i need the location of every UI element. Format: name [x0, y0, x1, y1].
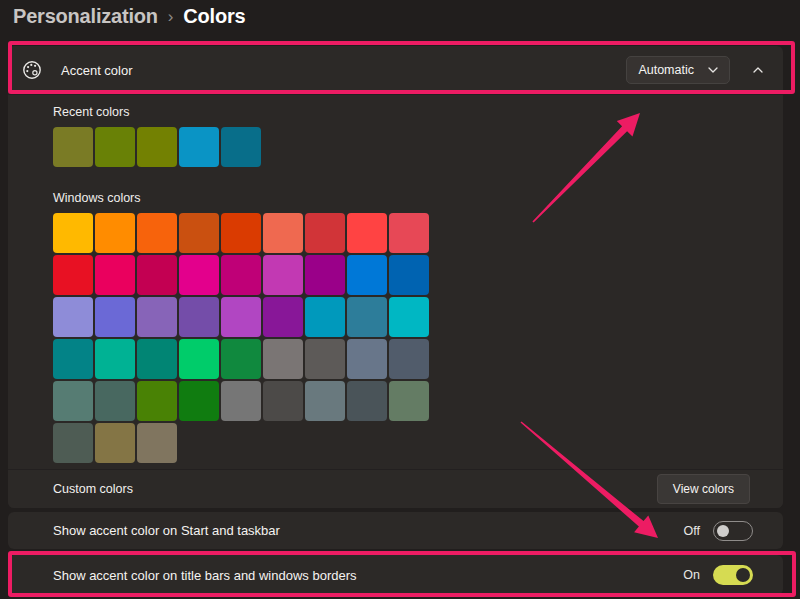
color-swatch[interactable]	[347, 213, 387, 253]
color-swatch[interactable]	[95, 381, 135, 421]
color-swatch[interactable]	[179, 381, 219, 421]
color-swatch[interactable]	[137, 297, 177, 337]
windows-colors-label: Windows colors	[53, 191, 750, 205]
color-swatch[interactable]	[347, 255, 387, 295]
chevron-up-icon	[753, 67, 763, 73]
color-swatch[interactable]	[95, 297, 135, 337]
color-swatch[interactable]	[53, 423, 93, 463]
color-swatch[interactable]	[305, 297, 345, 337]
toggle-state-on-label: On	[683, 568, 700, 582]
accent-title-bars-label: Show accent color on title bars and wind…	[53, 568, 357, 583]
breadcrumb-personalization[interactable]: Personalization	[13, 5, 158, 28]
accent-color-header-row[interactable]: Accent color Automatic	[8, 46, 783, 94]
color-swatch[interactable]	[137, 423, 177, 463]
color-swatch[interactable]	[95, 423, 135, 463]
color-swatch[interactable]	[53, 339, 93, 379]
expander-collapse-button[interactable]	[745, 57, 771, 83]
color-swatch[interactable]	[389, 297, 429, 337]
color-swatch[interactable]	[221, 213, 261, 253]
color-swatch[interactable]	[389, 381, 429, 421]
color-swatch[interactable]	[95, 255, 135, 295]
color-swatch[interactable]	[347, 339, 387, 379]
color-swatch[interactable]	[53, 297, 93, 337]
accent-start-taskbar-toggle[interactable]	[713, 521, 753, 541]
color-swatch[interactable]	[347, 381, 387, 421]
toggle-state-off-label: Off	[684, 524, 700, 538]
palette-icon	[21, 59, 43, 81]
color-swatch[interactable]	[221, 255, 261, 295]
color-swatch[interactable]	[389, 213, 429, 253]
color-swatch[interactable]	[263, 297, 303, 337]
chevron-down-icon	[708, 67, 718, 73]
color-swatch[interactable]	[305, 339, 345, 379]
color-swatch[interactable]	[53, 255, 93, 295]
accent-color-card: Accent color Automatic Recent colors Win…	[8, 46, 783, 508]
recent-colors-row	[53, 127, 750, 167]
color-swatch[interactable]	[137, 339, 177, 379]
breadcrumb: Personalization › Colors	[13, 5, 245, 28]
color-swatch[interactable]	[137, 213, 177, 253]
color-swatch[interactable]	[179, 213, 219, 253]
color-swatch[interactable]	[53, 213, 93, 253]
color-swatch[interactable]	[53, 381, 93, 421]
accent-mode-value: Automatic	[638, 63, 694, 77]
color-swatch[interactable]	[263, 213, 303, 253]
accent-start-taskbar-row: Show accent color on Start and taskbar O…	[8, 512, 783, 549]
page-title: Colors	[183, 5, 245, 28]
color-swatch[interactable]	[53, 127, 93, 167]
color-swatch[interactable]	[389, 339, 429, 379]
color-swatch[interactable]	[389, 255, 429, 295]
color-swatch[interactable]	[179, 127, 219, 167]
toggle-knob	[736, 568, 750, 582]
color-swatch[interactable]	[263, 255, 303, 295]
custom-colors-row: Custom colors View colors	[8, 469, 783, 508]
color-swatch[interactable]	[95, 213, 135, 253]
color-swatch[interactable]	[179, 339, 219, 379]
breadcrumb-chevron-icon: ›	[168, 6, 173, 27]
color-swatch[interactable]	[95, 127, 135, 167]
color-swatch[interactable]	[137, 127, 177, 167]
color-swatch[interactable]	[95, 339, 135, 379]
color-swatch[interactable]	[179, 255, 219, 295]
color-swatch[interactable]	[305, 381, 345, 421]
color-swatch[interactable]	[137, 255, 177, 295]
color-swatch[interactable]	[263, 381, 303, 421]
accent-color-expanded-body: Recent colors Windows colors Custom colo…	[8, 94, 783, 508]
toggle-knob	[717, 525, 729, 537]
color-swatch[interactable]	[263, 339, 303, 379]
settings-colors-page: { "breadcrumb": { "parent": "Personaliza…	[0, 0, 800, 599]
windows-colors-grid	[53, 213, 750, 463]
color-swatch[interactable]	[221, 339, 261, 379]
color-swatch[interactable]	[221, 127, 261, 167]
accent-mode-dropdown[interactable]: Automatic	[626, 56, 730, 84]
color-swatch[interactable]	[221, 297, 261, 337]
custom-colors-label: Custom colors	[53, 482, 133, 496]
color-swatch[interactable]	[305, 255, 345, 295]
color-swatch[interactable]	[347, 297, 387, 337]
accent-title-bars-row: Show accent color on title bars and wind…	[8, 555, 783, 595]
color-swatch[interactable]	[221, 381, 261, 421]
color-swatch[interactable]	[179, 297, 219, 337]
accent-title-bars-toggle[interactable]	[713, 565, 753, 585]
accent-start-taskbar-label: Show accent color on Start and taskbar	[53, 523, 280, 538]
accent-color-label: Accent color	[61, 63, 133, 78]
view-colors-button[interactable]: View colors	[657, 474, 750, 504]
color-swatch[interactable]	[305, 213, 345, 253]
color-swatch[interactable]	[137, 381, 177, 421]
recent-colors-label: Recent colors	[53, 105, 750, 119]
